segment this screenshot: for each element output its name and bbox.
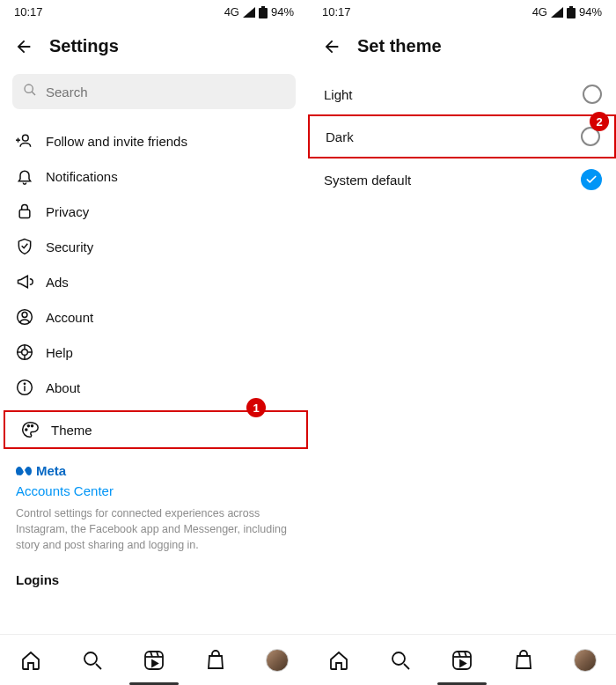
status-network-label: 4G — [224, 5, 239, 18]
settings-item-follow[interactable]: Follow and invite friends — [0, 123, 308, 158]
megaphone-icon — [16, 273, 33, 291]
nav-home-icon[interactable] — [327, 649, 350, 672]
settings-item-ads[interactable]: Ads — [0, 264, 308, 299]
logins-heading: Logins — [0, 572, 308, 605]
option-label: System default — [324, 173, 411, 188]
meta-brand-label: Meta — [36, 463, 66, 478]
screen-settings: 10:17 4G 94% Settings — [0, 0, 308, 652]
settings-item-notifications[interactable]: Notifications — [0, 158, 308, 194]
svg-rect-26 — [145, 652, 163, 669]
option-label: Light — [324, 87, 353, 102]
accounts-center-link[interactable]: Accounts Center — [16, 483, 292, 498]
svg-line-3 — [32, 92, 35, 95]
nav-search-icon[interactable] — [389, 649, 412, 672]
settings-item-theme[interactable]: Theme — [5, 412, 306, 447]
item-label: Security — [46, 239, 93, 254]
svg-rect-0 — [261, 6, 265, 8]
svg-point-9 — [22, 313, 27, 318]
battery-icon — [259, 6, 268, 18]
item-label: Account — [46, 310, 93, 325]
item-label: About — [46, 380, 80, 395]
nav-shop-icon[interactable] — [512, 649, 535, 672]
info-icon — [16, 379, 33, 396]
back-icon[interactable] — [14, 37, 33, 56]
nav-search-icon[interactable] — [81, 649, 104, 672]
svg-point-19 — [26, 429, 27, 431]
item-label: Help — [46, 345, 73, 360]
svg-line-34 — [458, 652, 460, 657]
status-bar: 10:17 4G 94% — [308, 0, 616, 22]
nav-shop-icon[interactable] — [204, 649, 227, 672]
search-input[interactable] — [12, 74, 296, 109]
nav-reels-icon[interactable] — [451, 649, 473, 672]
account-icon — [16, 308, 33, 326]
svg-point-4 — [23, 135, 29, 141]
bottom-nav-right — [308, 635, 616, 685]
svg-line-29 — [157, 652, 158, 657]
header: Set theme — [308, 22, 616, 69]
palette-icon — [21, 421, 39, 438]
settings-item-privacy[interactable]: Privacy — [0, 194, 308, 229]
option-label: Dark — [326, 129, 354, 144]
radio-checked-icon[interactable] — [581, 169, 602, 190]
signal-icon — [243, 7, 255, 18]
meta-section: Meta Accounts Center Control settings fo… — [0, 449, 308, 572]
bell-icon — [16, 167, 33, 185]
svg-point-30 — [392, 652, 405, 665]
settings-item-security[interactable]: Security — [0, 229, 308, 264]
svg-line-28 — [150, 652, 152, 657]
nav-home-icon[interactable] — [19, 649, 42, 672]
shield-icon — [16, 238, 33, 255]
nav-reels-icon[interactable] — [143, 649, 165, 672]
svg-point-24 — [84, 652, 97, 665]
svg-line-35 — [465, 652, 466, 657]
signal-icon — [551, 7, 563, 18]
svg-point-18 — [24, 383, 25, 384]
svg-rect-7 — [19, 210, 30, 217]
settings-item-account[interactable]: Account — [0, 299, 308, 335]
page-title: Settings — [49, 36, 119, 56]
status-time: 10:17 — [322, 5, 351, 18]
svg-rect-32 — [453, 652, 471, 669]
nav-profile-avatar[interactable] — [266, 649, 289, 672]
svg-point-21 — [32, 425, 33, 427]
status-network-label: 4G — [532, 5, 547, 18]
search-icon — [23, 83, 37, 100]
settings-item-help[interactable]: Help — [0, 335, 308, 370]
svg-rect-22 — [569, 6, 573, 8]
status-battery-percent: 94% — [579, 5, 602, 18]
svg-point-2 — [25, 85, 33, 92]
svg-point-11 — [22, 350, 28, 356]
item-label: Follow and invite friends — [46, 134, 187, 149]
theme-option-dark[interactable]: Dark — [308, 114, 616, 158]
meta-logo: Meta — [16, 463, 292, 478]
screen-set-theme: 10:17 4G 94% Set theme Light — [308, 0, 616, 652]
item-label: Notifications — [46, 169, 118, 184]
back-icon[interactable] — [322, 37, 341, 56]
nav-profile-avatar[interactable] — [574, 649, 597, 672]
help-icon — [16, 343, 33, 361]
battery-icon — [567, 6, 576, 18]
header: Settings — [0, 22, 308, 69]
avatar-icon — [266, 649, 289, 672]
search-field[interactable] — [46, 85, 285, 99]
status-battery-percent: 94% — [271, 5, 294, 18]
item-label: Theme — [51, 423, 92, 438]
svg-rect-23 — [567, 8, 576, 18]
svg-point-20 — [27, 425, 29, 427]
svg-line-31 — [404, 664, 409, 669]
theme-option-light[interactable]: Light — [308, 74, 616, 114]
item-label: Ads — [46, 275, 69, 290]
svg-line-25 — [96, 664, 101, 669]
avatar-icon — [574, 649, 597, 672]
bottom-nav — [0, 634, 616, 685]
page-title: Set theme — [357, 36, 442, 56]
person-add-icon — [16, 132, 33, 150]
annotation-badge-1: 1 — [246, 398, 266, 417]
item-label: Privacy — [46, 204, 89, 219]
svg-rect-1 — [259, 8, 268, 18]
theme-option-system-default[interactable]: System default — [308, 158, 616, 201]
meta-description: Control settings for connected experienc… — [16, 505, 292, 553]
radio-unchecked-icon[interactable] — [583, 85, 602, 104]
status-bar: 10:17 4G 94% — [0, 0, 308, 22]
